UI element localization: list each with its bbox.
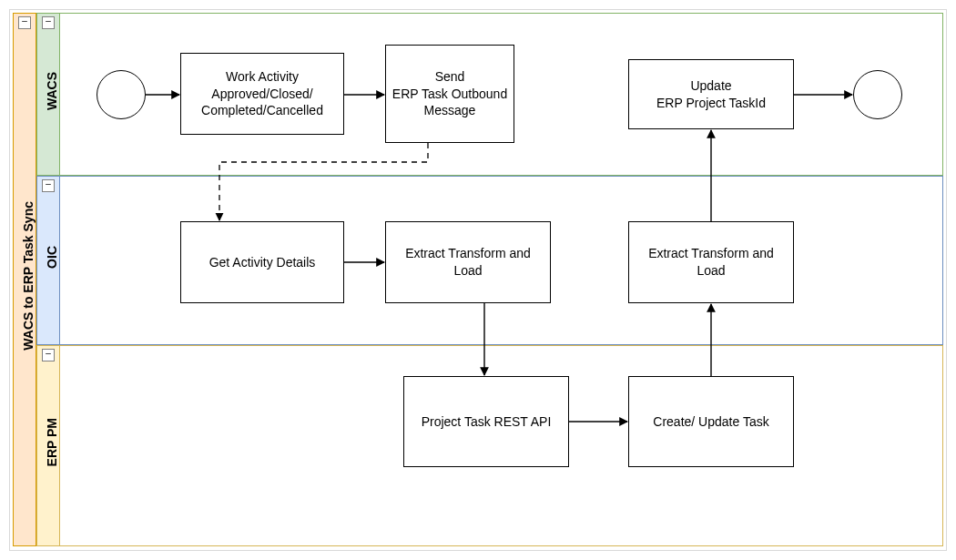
box-send-erp-task[interactable]: Send ERP Task Outbound Message — [385, 45, 514, 143]
box-label: Extract Transform and Load — [635, 245, 788, 280]
lane-header-wacs[interactable]: − WACS — [36, 13, 60, 176]
lane-header-erppm[interactable]: − ERP PM — [36, 345, 60, 546]
pool-title: WACS to ERP Task Sync — [21, 201, 36, 351]
collapse-icon[interactable]: − — [42, 16, 55, 29]
box-label: Create/ Update Task — [653, 413, 768, 431]
lane-label-wacs: WACS — [45, 72, 59, 110]
collapse-icon[interactable]: − — [42, 179, 55, 192]
box-label: Work Activity Approved/Closed/ Completed… — [187, 68, 338, 120]
box-label: Update ERP Project TaskId — [656, 77, 766, 112]
collapse-icon[interactable]: − — [42, 349, 55, 361]
box-work-activity[interactable]: Work Activity Approved/Closed/ Completed… — [180, 53, 344, 135]
box-etl1[interactable]: Extract Transform and Load — [385, 221, 551, 303]
end-node[interactable] — [853, 70, 902, 119]
lane-label-oic: OIC — [45, 246, 59, 269]
box-etl2[interactable]: Extract Transform and Load — [628, 221, 794, 303]
lane-label-erppm: ERP PM — [45, 418, 59, 466]
box-label: Extract Transform and Load — [392, 245, 544, 280]
box-label: Send ERP Task Outbound Message — [392, 68, 508, 120]
box-get-activity[interactable]: Get Activity Details — [180, 221, 344, 303]
box-label: Project Task REST API — [422, 413, 552, 431]
start-node[interactable] — [97, 70, 146, 119]
box-update-erp-taskid[interactable]: Update ERP Project TaskId — [628, 59, 794, 129]
lane-header-oic[interactable]: − OIC — [36, 176, 60, 345]
box-create-update[interactable]: Create/ Update Task — [628, 376, 794, 467]
pool-header[interactable]: − WACS to ERP Task Sync — [13, 13, 36, 546]
diagram-page: − WACS to ERP Task Sync − WACS − OIC − E… — [0, 0, 956, 560]
collapse-icon[interactable]: − — [18, 16, 31, 29]
box-rest-api[interactable]: Project Task REST API — [403, 376, 569, 467]
box-label: Get Activity Details — [209, 254, 316, 271]
